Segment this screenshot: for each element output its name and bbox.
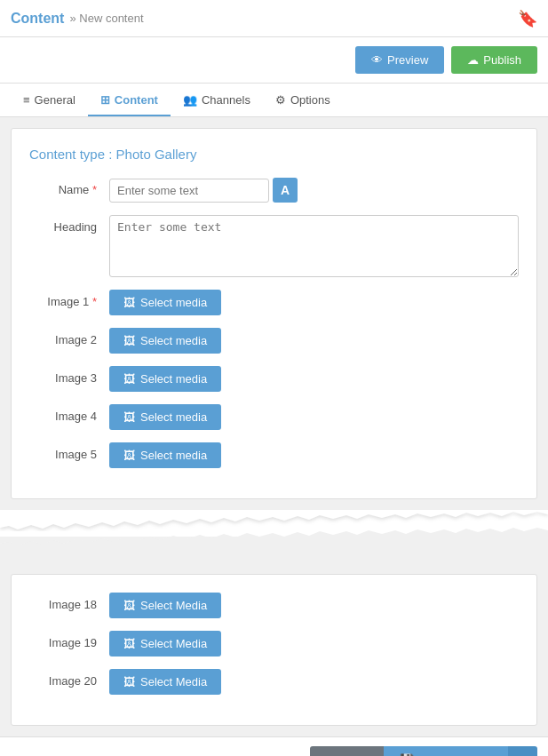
image-row-4: Image 4 🖼 Select media xyxy=(29,404,519,430)
image-row-2: Image 2 🖼 Select media xyxy=(29,328,519,354)
image-row-19: Image 19 🖼 Select Media xyxy=(29,631,519,657)
cloud-icon: ☁ xyxy=(467,53,479,67)
name-label: Name * xyxy=(29,178,109,196)
list-icon: ≡ xyxy=(23,93,30,107)
back-button[interactable]: ← Back xyxy=(310,746,384,756)
content-type-title: Content type : Photo Gallery xyxy=(29,147,519,162)
image-18-label: Image 18 xyxy=(29,593,109,611)
media-icon-18: 🖼 xyxy=(123,599,135,612)
content-icon: ⊞ xyxy=(100,93,110,107)
image-row-18: Image 18 🖼 Select Media xyxy=(29,593,519,618)
heading-row: Heading xyxy=(29,215,519,277)
heading-input[interactable] xyxy=(109,215,519,277)
required-marker: * xyxy=(92,183,97,196)
tab-options[interactable]: ⚙ Options xyxy=(263,84,343,116)
image-20-label: Image 20 xyxy=(29,669,109,688)
image-row-20: Image 20 🖼 Select Media xyxy=(29,669,519,695)
image-19-label: Image 19 xyxy=(29,631,109,649)
name-input-wrap: A xyxy=(109,178,298,203)
image-rows-top: Image 1 * 🖼 Select media Image 2 🖼 Selec… xyxy=(29,290,519,468)
publish-button[interactable]: ☁ Publish xyxy=(451,46,537,74)
name-input[interactable] xyxy=(109,179,269,203)
media-icon-5: 🖼 xyxy=(123,449,135,462)
image-row-5: Image 5 🖼 Select media xyxy=(29,442,519,468)
preview-button[interactable]: 👁 Preview xyxy=(355,46,444,74)
breadcrumb: » New content xyxy=(69,12,143,25)
toolbar: 👁 Preview ☁ Publish xyxy=(0,37,548,84)
content-panel-bottom: Image 18 🖼 Select Media Image 19 🖼 Selec… xyxy=(11,574,537,726)
top-bar: Content » New content 🔖 xyxy=(0,0,548,37)
eye-icon: 👁 xyxy=(371,53,383,67)
save-dropdown-button[interactable]: ▼ xyxy=(507,746,537,756)
font-button[interactable]: A xyxy=(273,178,298,203)
page-title: Content xyxy=(11,11,64,27)
select-media-button-3[interactable]: 🖼 Select media xyxy=(109,366,221,392)
torn-edge-svg xyxy=(0,510,548,563)
image-row-3: Image 3 🖼 Select media xyxy=(29,366,519,392)
select-media-button-18[interactable]: 🖼 Select Media xyxy=(109,593,221,618)
content-panel: Content type : Photo Gallery Name * A He… xyxy=(11,128,537,499)
image-4-label: Image 4 xyxy=(29,404,109,423)
select-media-button-20[interactable]: 🖼 Select Media xyxy=(109,669,221,695)
tabs-bar: ≡ General ⊞ Content 👥 Channels ⚙ Options xyxy=(0,84,548,117)
media-icon-20: 🖼 xyxy=(123,675,135,688)
media-icon-1: 🖼 xyxy=(123,296,135,309)
select-media-button-19[interactable]: 🖼 Select Media xyxy=(109,631,221,657)
select-media-button-4[interactable]: 🖼 Select media xyxy=(109,404,221,430)
select-media-button-5[interactable]: 🖼 Select media xyxy=(109,442,221,468)
heading-label: Heading xyxy=(29,215,109,234)
image-1-label: Image 1 * xyxy=(29,290,109,308)
image-3-label: Image 3 xyxy=(29,366,109,385)
bottom-bar: ← Back 💾 Save changes ▼ xyxy=(0,736,548,756)
channels-icon: 👥 xyxy=(183,93,197,107)
options-icon: ⚙ xyxy=(275,93,286,107)
torn-divider xyxy=(0,510,548,563)
tab-channels[interactable]: 👥 Channels xyxy=(171,84,263,116)
select-media-button-2[interactable]: 🖼 Select media xyxy=(109,328,221,354)
tab-content[interactable]: ⊞ Content xyxy=(88,84,171,116)
media-icon-3: 🖼 xyxy=(123,372,135,386)
media-icon-2: 🖼 xyxy=(123,334,135,347)
image-2-label: Image 2 xyxy=(29,328,109,346)
media-icon-4: 🖼 xyxy=(123,410,135,424)
image-row-1: Image 1 * 🖼 Select media xyxy=(29,290,519,315)
tab-general[interactable]: ≡ General xyxy=(11,84,88,116)
select-media-button-1[interactable]: 🖼 Select media xyxy=(109,290,221,315)
bookmark-icon[interactable]: 🔖 xyxy=(518,9,537,28)
media-icon-19: 🖼 xyxy=(123,637,135,650)
image-5-label: Image 5 xyxy=(29,442,109,461)
name-row: Name * A xyxy=(29,178,519,203)
save-button[interactable]: 💾 Save changes xyxy=(384,746,507,756)
